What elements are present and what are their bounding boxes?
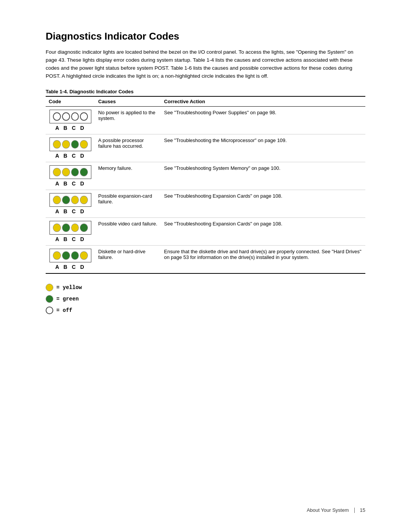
cause-cell: Possible expansion-card failure. <box>95 190 161 217</box>
legend-label-green: = green <box>56 294 79 304</box>
table-row: A B C DDiskette or hard-drive failure.En… <box>46 245 365 273</box>
indicator-circle-1 <box>62 140 70 149</box>
indicator-circle-1 <box>62 251 70 260</box>
footer-page-number: 15 <box>360 507 365 513</box>
indicator-circle-3 <box>80 224 88 232</box>
action-cell: See "Troubleshooting Power Supplies" on … <box>161 106 365 134</box>
legend-circle-off <box>46 307 53 314</box>
table-row: A B C DA possible processor failure has … <box>46 134 365 162</box>
code-cell: A B C D <box>46 134 95 162</box>
indicator-circle-0 <box>53 168 61 176</box>
legend-item-green: = green <box>46 294 365 304</box>
code-cell: A B C D <box>46 217 95 245</box>
code-cell: A B C D <box>46 162 95 190</box>
indicator-circle-1 <box>62 112 70 121</box>
footer-divider <box>354 508 355 513</box>
indicator-circle-2 <box>71 196 79 204</box>
abcd-label: A B C D <box>49 208 92 214</box>
abcd-label: A B C D <box>49 264 92 270</box>
indicator-circle-1 <box>62 224 70 232</box>
legend-circle-yellow <box>46 284 53 291</box>
indicator-circle-2 <box>71 251 79 260</box>
code-cell: A B C D <box>46 245 95 273</box>
col-header-corrective: Corrective Action <box>161 96 365 107</box>
indicator-circle-1 <box>62 196 70 204</box>
page-title: Diagnostics Indicator Codes <box>46 30 365 42</box>
action-cell: See "Troubleshooting System Memory" on p… <box>161 162 365 190</box>
indicator-circle-3 <box>80 140 88 149</box>
intro-paragraph: Four diagnostic indicator lights are loc… <box>46 48 365 80</box>
cause-cell: Diskette or hard-drive failure. <box>95 245 161 273</box>
legend-label-off: = off <box>56 305 72 316</box>
action-cell: See "Troubleshooting the Microprocessor"… <box>161 134 365 162</box>
col-header-causes: Causes <box>95 96 161 107</box>
table-row: A B C DMemory failure.See "Troubleshooti… <box>46 162 365 190</box>
abcd-label: A B C D <box>49 125 92 131</box>
col-header-code: Code <box>46 96 95 107</box>
indicator-circle-0 <box>53 224 61 232</box>
table-row: A B C DNo power is applied to the system… <box>46 106 365 134</box>
indicator-circle-3 <box>80 112 88 121</box>
abcd-label: A B C D <box>49 236 92 242</box>
action-cell: Ensure that the diskette drive and hard … <box>161 245 365 273</box>
indicator-circle-0 <box>53 196 61 204</box>
page-footer: About Your System 15 <box>307 507 365 513</box>
table-row: A B C DPossible video card failure.See "… <box>46 217 365 245</box>
cause-cell: Memory failure. <box>95 162 161 190</box>
action-cell: See "Troubleshooting Expansion Cards" on… <box>161 217 365 245</box>
table-row: A B C DPossible expansion-card failure.S… <box>46 190 365 217</box>
diagnostic-table: Code Causes Corrective Action A B C DNo … <box>46 96 365 274</box>
indicator-circle-3 <box>80 196 88 204</box>
indicator-circle-3 <box>80 251 88 260</box>
legend-circle-green <box>46 295 53 303</box>
code-cell: A B C D <box>46 106 95 134</box>
legend-item-yellow: = yellow <box>46 282 365 293</box>
code-cell: A B C D <box>46 190 95 217</box>
table-caption: Table 1-4. Diagnostic Indicator Codes <box>46 89 365 94</box>
indicator-circle-0 <box>53 251 61 260</box>
legend-label-yellow: = yellow <box>56 282 82 293</box>
cause-cell: No power is applied to the system. <box>95 106 161 134</box>
cause-cell: A possible processor failure has occurre… <box>95 134 161 162</box>
action-cell: See "Troubleshooting Expansion Cards" on… <box>161 190 365 217</box>
indicator-circle-2 <box>71 168 79 176</box>
indicator-circle-2 <box>71 112 79 121</box>
abcd-label: A B C D <box>49 181 92 187</box>
legend-item-off: = off <box>46 305 365 316</box>
indicator-circle-3 <box>80 168 88 176</box>
cause-cell: Possible video card failure. <box>95 217 161 245</box>
footer-section-label: About Your System <box>307 507 349 513</box>
indicator-circle-1 <box>62 168 70 176</box>
indicator-circle-0 <box>53 140 61 149</box>
indicator-circle-2 <box>71 140 79 149</box>
indicator-circle-0 <box>53 112 61 121</box>
legend-section: = yellow= green= off <box>46 282 365 316</box>
abcd-label: A B C D <box>49 153 92 159</box>
indicator-circle-2 <box>71 224 79 232</box>
